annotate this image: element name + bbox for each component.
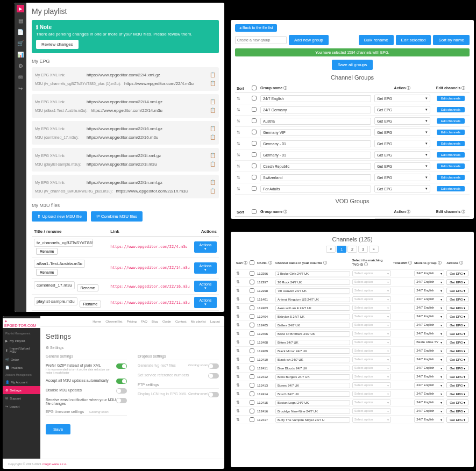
sort-handle-icon[interactable]: ⇅ bbox=[236, 314, 240, 319]
get-epg-button[interactable]: Get EPG ▾ bbox=[446, 331, 468, 337]
channel-name-input[interactable]: Bitten 24/7 UK bbox=[275, 340, 350, 345]
row-checkbox[interactable] bbox=[250, 314, 254, 319]
sort-handle-icon[interactable]: ⇅ bbox=[236, 409, 240, 413]
review-changes-button[interactable]: Review changes bbox=[36, 40, 79, 49]
group-select[interactable]: 24/7 English▾ bbox=[414, 399, 444, 405]
topnav-link[interactable]: Pricing bbox=[127, 320, 137, 323]
row-checkbox[interactable] bbox=[250, 374, 254, 379]
help-icon[interactable]: ⓘ bbox=[408, 261, 412, 265]
edit-channels-button[interactable]: Edit channels bbox=[437, 141, 465, 146]
accept-toggle[interactable] bbox=[116, 379, 127, 384]
row-checkbox[interactable] bbox=[250, 348, 254, 353]
sort-handle-icon[interactable]: ⇅ bbox=[237, 153, 240, 158]
tvg-select[interactable]: Select option▾ bbox=[352, 313, 391, 319]
sort-handle-icon[interactable]: ⇅ bbox=[237, 108, 240, 112]
nav-import[interactable]: ⬆ Import/Upload M3U bbox=[3, 345, 40, 355]
help-icon[interactable]: ⓘ bbox=[323, 261, 327, 265]
page-button[interactable]: 2 bbox=[347, 246, 357, 253]
tvg-select[interactable]: Select option▾ bbox=[352, 356, 391, 362]
group-name-input[interactable]: For Adults bbox=[260, 185, 371, 192]
row-checkbox[interactable] bbox=[250, 297, 254, 302]
edit-channels-button[interactable]: Edit channels bbox=[437, 152, 465, 158]
tvg-select[interactable]: Select option▾ bbox=[352, 374, 391, 380]
channel-name-input[interactable]: Babylon 5 24/7 UK bbox=[275, 314, 350, 319]
copy-icon[interactable]: 📋 bbox=[210, 153, 216, 158]
help-icon[interactable]: ⓘ bbox=[244, 261, 247, 265]
group-name-input[interactable]: 24/7 English bbox=[260, 95, 371, 102]
sort-handle-icon[interactable]: ⇅ bbox=[237, 119, 240, 124]
row-checkbox[interactable] bbox=[250, 391, 254, 396]
gen-toggle[interactable] bbox=[208, 363, 219, 369]
nav-my-playlist[interactable]: ▶ My Playlist bbox=[3, 337, 40, 345]
group-select[interactable]: 24/7 English▾ bbox=[414, 417, 444, 423]
channel-name-input[interactable]: Blue Bloods 24/7 UK bbox=[275, 366, 350, 371]
tvg-select[interactable]: Select option▾ bbox=[352, 305, 391, 311]
tvg-select[interactable]: Select option▾ bbox=[352, 270, 391, 276]
nav-icon[interactable]: ↪ bbox=[18, 85, 23, 91]
rename-button[interactable]: Rename bbox=[80, 301, 101, 308]
nav-icon[interactable]: ▤ bbox=[18, 18, 23, 24]
copy-icon[interactable]: 📋 bbox=[210, 99, 216, 104]
edit-channels-button[interactable]: Edit channels bbox=[437, 186, 465, 191]
channel-name-input[interactable]: Animal Kingdom US 24/7 UK bbox=[275, 297, 350, 302]
row-checkbox[interactable] bbox=[250, 288, 254, 293]
channel-name-input[interactable]: 7th Heaven 24/7 UK bbox=[275, 288, 350, 294]
row-checkbox[interactable] bbox=[250, 417, 254, 422]
action-select[interactable]: Get EPG▾ bbox=[374, 140, 430, 147]
get-epg-button[interactable]: Get EPG ▾ bbox=[446, 417, 468, 423]
channel-name-input[interactable]: Axes with an E 24/7 UK bbox=[275, 305, 350, 311]
action-select[interactable]: Get EPG▾ bbox=[374, 106, 430, 113]
get-epg-button[interactable]: Get EPG ▾ bbox=[446, 339, 468, 345]
group-name-input[interactable]: Switzerland bbox=[260, 174, 371, 181]
tvg-select[interactable]: Select option▾ bbox=[352, 348, 391, 354]
get-epg-button[interactable]: Get EPG ▾ bbox=[446, 356, 468, 362]
tvg-select[interactable]: Select option▾ bbox=[352, 288, 391, 294]
channel-name-input[interactable]: Boston Legal 24/7 UK bbox=[275, 400, 350, 405]
topnav-link[interactable]: My playlist bbox=[191, 320, 206, 323]
nav-order[interactable]: 🛒 Order bbox=[3, 355, 40, 363]
page-button[interactable]: « bbox=[326, 246, 336, 253]
select-all-checkbox[interactable] bbox=[252, 85, 257, 90]
row-checkbox[interactable] bbox=[252, 186, 257, 191]
action-select[interactable]: Get EPG▾ bbox=[374, 129, 430, 136]
nav-settings[interactable]: ⚙ Settings bbox=[3, 386, 40, 394]
group-select[interactable]: Beate Uhse TV▾ bbox=[414, 339, 444, 345]
select-all-checkbox[interactable] bbox=[250, 260, 254, 265]
get-epg-button[interactable]: Get EPG ▾ bbox=[446, 391, 468, 397]
copy-icon[interactable]: 📋 bbox=[210, 126, 216, 131]
group-name-input[interactable]: Czech Republic bbox=[260, 163, 371, 170]
topnav-link[interactable]: Blog bbox=[152, 320, 158, 323]
channel-name-input[interactable]: Band Of Brothers 24/7 UK bbox=[275, 331, 350, 337]
actions-button[interactable]: Actions ▾ bbox=[194, 241, 217, 253]
get-epg-button[interactable]: Get EPG ▾ bbox=[446, 322, 468, 328]
edit-channels-button[interactable]: Edit channels bbox=[437, 107, 465, 112]
group-select[interactable]: 24/7 English▾ bbox=[414, 382, 444, 388]
row-checkbox[interactable] bbox=[252, 107, 257, 112]
edit-channels-button[interactable]: Edit channels bbox=[437, 130, 465, 135]
lcn-toggle[interactable] bbox=[208, 392, 219, 397]
bulk-rename-button[interactable]: Bulk rename bbox=[359, 35, 394, 45]
group-name-input[interactable]: Austria bbox=[260, 118, 371, 125]
row-checkbox[interactable] bbox=[250, 271, 254, 276]
sort-handle-icon[interactable]: ⇅ bbox=[236, 366, 240, 370]
channel-name-input[interactable]: 2 Broke Girls 24/7 UK bbox=[275, 271, 350, 276]
get-epg-button[interactable]: Get EPG ▾ bbox=[446, 374, 468, 380]
tvg-select[interactable]: Select option▾ bbox=[352, 339, 391, 345]
row-checkbox[interactable] bbox=[252, 118, 257, 123]
get-epg-button[interactable]: Get EPG ▾ bbox=[446, 365, 468, 371]
tvg-select[interactable]: Select option▾ bbox=[352, 417, 391, 423]
group-select[interactable]: 24/7 English▾ bbox=[414, 356, 444, 362]
action-select[interactable]: Get EPG▾ bbox=[374, 151, 430, 159]
sort-handle-icon[interactable]: ⇅ bbox=[237, 96, 240, 101]
sort-handle-icon[interactable]: ⇅ bbox=[237, 141, 240, 146]
actions-button[interactable]: Actions ▾ bbox=[194, 262, 217, 274]
row-checkbox[interactable] bbox=[252, 141, 257, 146]
help-icon[interactable]: ⓘ bbox=[283, 210, 287, 213]
save-all-groups-button[interactable]: Save all groups bbox=[332, 60, 372, 70]
nav-invoices[interactable]: 📄 Invoices bbox=[3, 363, 40, 372]
action-select[interactable]: Get EPG▾ bbox=[374, 95, 430, 102]
combine-m3u-button[interactable]: ⇄ Combine M3U files bbox=[91, 211, 143, 222]
sort-handle-icon[interactable]: ⇅ bbox=[237, 130, 240, 135]
group-select[interactable]: 24/7 English▾ bbox=[414, 296, 444, 302]
action-select[interactable]: Get EPG▾ bbox=[374, 185, 430, 192]
